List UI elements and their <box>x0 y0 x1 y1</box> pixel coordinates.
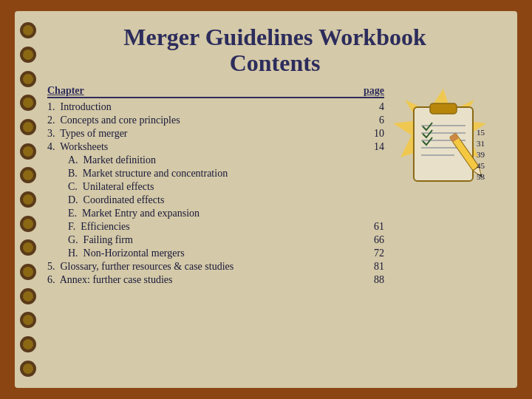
toc-sub-b: B. Market structure and concentration <box>47 168 384 180</box>
toc-sub-d-text: D. Coordinated effects <box>68 194 164 206</box>
toc-sub-h-text: H. Non-Horizontal mergers <box>68 248 185 259</box>
toc-sub-e: E. Market Entry and expansion <box>47 208 384 219</box>
toc-sub-g-text: G. Failing firm <box>68 234 133 246</box>
toc-section: Chapter page 1. Introduction 4 2. Concep… <box>47 85 502 287</box>
page: Merger Guidelines Workbook Contents Chap… <box>15 11 517 388</box>
svg-rect-1 <box>414 107 473 181</box>
toc-header: Chapter page <box>47 85 384 98</box>
spiral-ring <box>20 264 36 280</box>
toc-sub-f-page: 61 <box>362 221 384 233</box>
toc-item-3-page: 10 <box>362 128 384 140</box>
toc-item-4: 4. Worksheets 14 <box>47 141 384 153</box>
spiral-ring <box>20 288 36 304</box>
toc-sub-h-page: 72 <box>362 248 384 259</box>
toc-sub-f-text: F. Efficiencies <box>68 221 130 233</box>
svg-text:39: 39 <box>477 150 485 159</box>
toc-item-1: 1. Introduction 4 <box>47 101 384 113</box>
toc-sub-g-page: 66 <box>362 234 384 246</box>
toc-sub-h: H. Non-Horizontal mergers 72 <box>47 248 384 259</box>
toc-left: Chapter page 1. Introduction 4 2. Concep… <box>47 85 384 287</box>
svg-rect-2 <box>430 103 457 114</box>
toc-sub-g: G. Failing firm 66 <box>47 234 384 246</box>
toc-item-6: 6. Annex: further case studies 88 <box>47 274 384 286</box>
spiral-binding <box>15 11 41 388</box>
toc-item-4-page: 14 <box>362 141 384 153</box>
spiral-ring <box>20 47 36 63</box>
toc-item-2-text: 2. Concepts and core principles <box>47 115 180 126</box>
spiral-ring <box>20 95 36 111</box>
spiral-ring <box>20 191 36 208</box>
toc-sub-a: A. Market definition <box>47 154 384 166</box>
chapter-label: Chapter <box>47 85 84 97</box>
toc-item-2-page: 6 <box>362 115 384 126</box>
toc-sub-d: D. Coordinated effects <box>47 194 384 206</box>
toc-sub-c: C. Unilateral effects <box>47 181 384 193</box>
toc-item-5-text: 5. Glossary, further resources & case st… <box>47 261 233 273</box>
toc-item-1-text: 1. Introduction <box>47 101 112 113</box>
title-block: Merger Guidelines Workbook Contents <box>47 24 502 76</box>
title-line2: Contents <box>47 50 502 76</box>
svg-text:45: 45 <box>477 161 485 170</box>
toc-item-5-page: 81 <box>362 261 384 273</box>
spiral-ring <box>20 216 36 232</box>
svg-text:15: 15 <box>477 128 485 137</box>
toc-sub-b-text: B. Market structure and concentration <box>68 168 228 180</box>
toc-sub-a-text: A. Market definition <box>68 154 156 166</box>
clipboard-illustration: 15 31 39 45 53 <box>384 85 502 287</box>
spiral-ring <box>20 143 36 160</box>
spiral-ring <box>20 239 36 256</box>
spiral-ring <box>20 71 36 87</box>
toc-item-2: 2. Concepts and core principles 6 <box>47 115 384 126</box>
toc-sub-e-text: E. Market Entry and expansion <box>68 208 200 219</box>
toc-sub-f: F. Efficiencies 61 <box>47 221 384 233</box>
toc-item-6-page: 88 <box>362 274 384 286</box>
spiral-ring <box>20 312 36 328</box>
toc-item-1-page: 4 <box>362 101 384 113</box>
toc-item-3: 3. Types of merger 10 <box>47 128 384 140</box>
svg-text:31: 31 <box>477 139 485 148</box>
spiral-ring <box>20 22 36 38</box>
toc-item-4-text: 4. Worksheets <box>47 141 108 153</box>
page-label: page <box>364 85 384 97</box>
svg-text:53: 53 <box>477 172 485 181</box>
toc-item-3-text: 3. Types of merger <box>47 128 128 140</box>
spiral-ring <box>20 361 36 377</box>
title-line1: Merger Guidelines Workbook <box>47 24 502 50</box>
spiral-ring <box>20 336 36 352</box>
toc-item-6-text: 6. Annex: further case studies <box>47 274 173 286</box>
main-content: Merger Guidelines Workbook Contents Chap… <box>41 11 517 388</box>
toc-sub-c-text: C. Unilateral effects <box>68 181 154 193</box>
spiral-ring <box>20 119 36 135</box>
spiral-ring <box>20 167 36 183</box>
toc-item-5: 5. Glossary, further resources & case st… <box>47 261 384 273</box>
